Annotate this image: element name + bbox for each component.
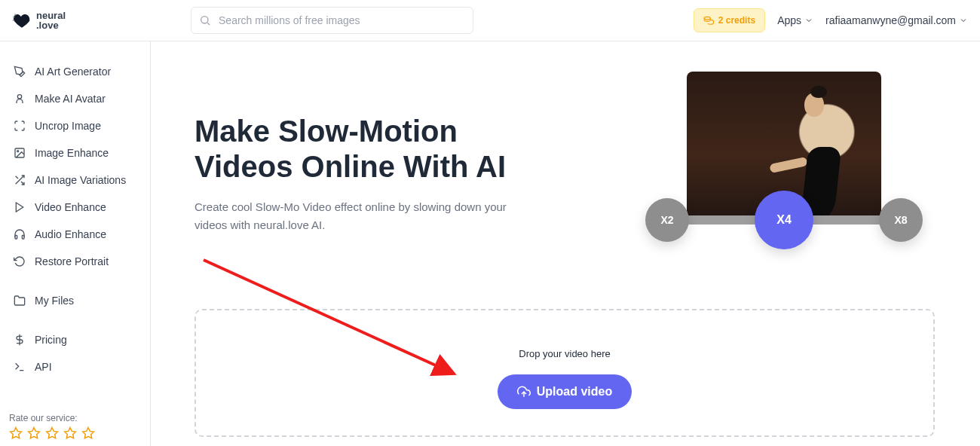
headphones-icon	[14, 228, 26, 240]
svg-line-4	[207, 23, 210, 25]
svg-point-8	[17, 151, 19, 152]
sidebar-secondary: My Files	[0, 287, 150, 314]
variations-icon	[14, 174, 26, 186]
sidebar-item-label: Video Enhance	[35, 201, 106, 213]
svg-marker-18	[29, 428, 40, 438]
search-bar[interactable]	[191, 7, 473, 34]
sidebar-item-ai-art-generator[interactable]: AI Art Generator	[0, 58, 150, 85]
sidebar-item-image-enhance[interactable]: Image Enhance	[0, 139, 150, 166]
star-icon[interactable]	[9, 426, 23, 440]
heart-logo-icon	[12, 11, 32, 30]
sidebar: AI Art Generator Make AI Avatar Uncrop I…	[0, 41, 151, 446]
chevron-down-icon	[804, 16, 813, 25]
sidebar-item-audio-enhance[interactable]: Audio Enhance	[0, 221, 150, 248]
folder-icon	[14, 295, 26, 307]
sidebar-item-video-enhance[interactable]: Video Enhance	[0, 194, 150, 221]
pen-icon	[14, 66, 26, 78]
sidebar-item-restore-portrait[interactable]: Restore Portrait	[0, 248, 150, 275]
chevron-down-icon	[959, 16, 968, 25]
apps-label: Apps	[777, 14, 801, 26]
sidebar-item-pricing[interactable]: Pricing	[0, 326, 150, 353]
speed-option-x4[interactable]: X4	[755, 191, 813, 249]
svg-point-6	[17, 95, 21, 99]
sidebar-item-api[interactable]: API	[0, 353, 150, 380]
star-icon[interactable]	[45, 426, 59, 440]
sidebar-item-label: Audio Enhance	[35, 228, 106, 240]
sidebar-item-label: AI Art Generator	[35, 66, 111, 78]
rating-stars[interactable]	[9, 426, 141, 440]
svg-marker-21	[83, 428, 94, 438]
svg-point-2	[13, 20, 14, 21]
sidebar-item-label: AI Image Variations	[35, 174, 126, 186]
svg-point-1	[14, 14, 16, 15]
cloud-upload-icon	[517, 385, 531, 399]
sidebar-item-label: Uncrop Image	[35, 120, 101, 132]
enhance-image-icon	[14, 147, 26, 159]
play-icon	[14, 201, 26, 213]
hero-visual: X2 X4 X8	[663, 72, 905, 222]
sidebar-item-ai-image-variations[interactable]: AI Image Variations	[0, 166, 150, 194]
sidebar-tertiary: Pricing API	[0, 326, 150, 380]
svg-marker-20	[65, 428, 76, 438]
apps-menu[interactable]: Apps	[777, 14, 813, 26]
star-icon[interactable]	[81, 426, 95, 440]
restore-icon	[14, 255, 26, 267]
svg-point-5	[704, 17, 710, 20]
terminal-icon	[14, 361, 26, 373]
brand-logo[interactable]: neural .love	[12, 11, 66, 30]
avatar-icon	[14, 93, 26, 105]
uncrop-icon	[14, 120, 26, 132]
credits-label: 2 credits	[718, 15, 755, 26]
speed-option-x2[interactable]: X2	[645, 198, 689, 242]
topbar: neural .love 2 credits Apps rafiaamanwyn…	[0, 0, 980, 41]
speed-option-x8[interactable]: X8	[879, 198, 923, 242]
sidebar-item-label: Restore Portrait	[35, 255, 109, 267]
coins-icon	[703, 15, 714, 26]
star-icon[interactable]	[27, 426, 41, 440]
search-input[interactable]	[217, 14, 465, 27]
speed-selector[interactable]: X2 X4 X8	[645, 191, 923, 249]
user-email: rafiaamanwyne@gmail.com	[825, 14, 956, 26]
page-subtitle: Create cool Slow-Mo Video effect online …	[194, 198, 541, 234]
main-content: Make Slow-Motion Videos Online With AI C…	[151, 41, 980, 446]
brand-name: neural .love	[36, 11, 66, 30]
upload-video-button[interactable]: Upload video	[498, 374, 632, 409]
account-menu[interactable]: rafiaamanwyne@gmail.com	[825, 14, 968, 26]
svg-point-3	[201, 17, 208, 23]
dropzone-hint: Drop your video here	[519, 348, 610, 359]
svg-rect-13	[15, 235, 17, 239]
sidebar-item-label: Make AI Avatar	[35, 93, 106, 105]
svg-marker-17	[11, 428, 22, 438]
sidebar-item-make-ai-avatar[interactable]: Make AI Avatar	[0, 85, 150, 112]
sidebar-item-label: My Files	[35, 295, 74, 307]
sidebar-item-label: Image Enhance	[35, 147, 109, 159]
rate-label: Rate our service:	[9, 413, 141, 423]
upload-button-label: Upload video	[537, 385, 612, 399]
svg-marker-12	[16, 203, 23, 212]
rate-service: Rate our service:	[9, 413, 141, 440]
svg-line-11	[16, 176, 18, 179]
search-icon	[199, 14, 211, 26]
upload-dropzone[interactable]: Drop your video here Upload video	[194, 309, 935, 437]
star-icon[interactable]	[63, 426, 77, 440]
svg-rect-14	[22, 235, 24, 239]
sidebar-item-uncrop-image[interactable]: Uncrop Image	[0, 112, 150, 139]
page-title: Make Slow-Motion Videos Online With AI	[194, 114, 526, 185]
sidebar-item-my-files[interactable]: My Files	[0, 287, 150, 314]
svg-point-0	[13, 17, 14, 18]
sidebar-item-label: API	[35, 361, 52, 373]
credits-badge[interactable]: 2 credits	[694, 8, 765, 32]
sidebar-primary: AI Art Generator Make AI Avatar Uncrop I…	[0, 58, 150, 275]
sidebar-item-label: Pricing	[35, 334, 67, 346]
dollar-icon	[14, 334, 26, 346]
svg-marker-19	[47, 428, 58, 438]
